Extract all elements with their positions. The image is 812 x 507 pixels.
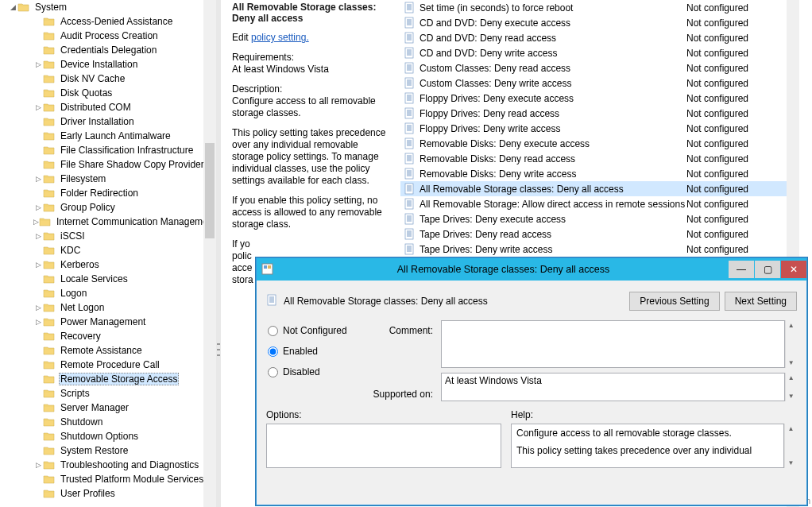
tree-item[interactable]: ▷Net Logon <box>0 300 216 315</box>
navigation-tree[interactable]: ◢ System Access-Denied AssistanceAudit P… <box>0 0 216 507</box>
tree-item[interactable]: Audit Process Creation <box>0 29 216 43</box>
setting-row[interactable]: Floppy Drives: Deny write accessNot conf… <box>400 121 799 136</box>
tree-item[interactable]: ▷Internet Communication Management <box>0 215 216 229</box>
tree-item[interactable]: Trusted Platform Module Services <box>0 472 216 486</box>
setting-state: Not configured <box>686 138 790 149</box>
setting-state: Not configured <box>686 48 790 59</box>
tree-item[interactable]: Remote Procedure Call <box>0 358 216 372</box>
expander-icon[interactable]: ▷ <box>33 232 43 240</box>
radio-disabled[interactable]: Disabled <box>266 362 362 382</box>
tree-item[interactable]: Access-Denied Assistance <box>0 14 216 29</box>
expander-icon[interactable]: ▷ <box>33 60 43 68</box>
policy-title: All Removable Storage classes: Deny all … <box>232 2 391 24</box>
setting-row[interactable]: Tape Drives: Deny write accessNot config… <box>400 242 799 257</box>
radio-not-configured-input[interactable] <box>268 326 278 336</box>
setting-row[interactable]: Tape Drives: Deny execute accessNot conf… <box>400 211 799 226</box>
tree-item[interactable]: Shutdown Options <box>0 429 216 443</box>
tree-item[interactable]: File Classification Infrastructure <box>0 143 216 157</box>
tree-item[interactable]: Disk NV Cache <box>0 72 216 86</box>
setting-row[interactable]: All Removable Storage: Allow direct acce… <box>400 196 799 211</box>
tree-item[interactable]: Shutdown <box>0 415 216 429</box>
help-label: Help: <box>511 409 797 420</box>
tree-item[interactable]: ▷Filesystem <box>0 172 216 186</box>
expander-icon[interactable]: ▷ <box>33 103 43 111</box>
setting-row[interactable]: Removable Disks: Deny execute accessNot … <box>400 136 799 151</box>
expander-icon[interactable]: ▷ <box>33 304 43 312</box>
tree-item[interactable]: ▷Distributed COM <box>0 100 216 114</box>
expander-icon[interactable]: ▷ <box>33 218 39 226</box>
tree-item[interactable]: Remote Assistance <box>0 343 216 358</box>
folder-icon <box>43 416 56 428</box>
tree-item[interactable]: ▷Kerberos <box>0 257 216 272</box>
setting-row[interactable]: Floppy Drives: Deny read accessNot confi… <box>400 106 799 121</box>
folder-icon <box>43 245 56 256</box>
setting-row[interactable]: Floppy Drives: Deny execute accessNot co… <box>400 91 799 106</box>
help-scrollbar[interactable]: ▲▼ <box>784 424 797 468</box>
close-button[interactable]: ✕ <box>781 261 806 278</box>
next-setting-button[interactable]: Next Setting <box>725 292 797 311</box>
policy-icon <box>266 294 279 309</box>
setting-row[interactable]: CD and DVD: Deny read accessNot configur… <box>400 30 799 45</box>
tree-item[interactable]: ▷iSCSI <box>0 229 216 243</box>
tree-item-system[interactable]: ◢ System <box>0 0 216 14</box>
tree-item[interactable]: System Restore <box>0 443 216 458</box>
tree-item[interactable]: User Profiles <box>0 486 216 501</box>
comment-textarea[interactable] <box>441 320 785 368</box>
edit-policy-link[interactable]: policy setting. <box>251 32 309 43</box>
tree-item[interactable]: Early Launch Antimalware <box>0 129 216 143</box>
setting-row[interactable]: Custom Classes: Deny read accessNot conf… <box>400 60 799 75</box>
minimize-button[interactable]: — <box>729 261 754 278</box>
tree-item[interactable]: Recovery <box>0 329 216 343</box>
tree-item[interactable]: Locale Services <box>0 272 216 286</box>
folder-icon <box>43 331 56 342</box>
radio-disabled-input[interactable] <box>268 367 278 377</box>
comment-scrollbar[interactable]: ▲▼ <box>785 320 797 368</box>
policy-icon <box>404 122 416 135</box>
tree-item[interactable]: ▷Device Installation <box>0 57 216 72</box>
radio-not-configured[interactable]: Not Configured <box>266 320 362 341</box>
tree-item[interactable]: ▷Power Management <box>0 315 216 329</box>
folder-icon <box>43 59 56 70</box>
titlebar[interactable]: All Removable Storage classes: Deny all … <box>257 258 806 281</box>
supported-on-label: Supported on: <box>362 389 433 400</box>
radio-enabled-label: Enabled <box>283 346 318 357</box>
tree-item[interactable]: ▷Group Policy <box>0 200 216 215</box>
setting-row[interactable]: All Removable Storage classes: Deny all … <box>400 181 799 196</box>
supported-scrollbar[interactable]: ▲▼ <box>785 373 797 401</box>
expander-icon[interactable]: ▷ <box>33 203 43 211</box>
tree-scrollbar[interactable] <box>203 0 216 507</box>
tree-item[interactable]: Credentials Delegation <box>0 43 216 57</box>
expander-icon[interactable]: ▷ <box>33 175 43 183</box>
tree-item[interactable]: Server Manager <box>0 401 216 415</box>
previous-setting-button[interactable]: Previous Setting <box>629 292 719 311</box>
setting-row[interactable]: Removable Disks: Deny read accessNot con… <box>400 151 799 166</box>
setting-name: Removable Disks: Deny read access <box>420 153 686 164</box>
expander-icon[interactable]: ▷ <box>33 318 43 326</box>
setting-row[interactable]: CD and DVD: Deny execute accessNot confi… <box>400 15 799 30</box>
tree-item[interactable]: Driver Installation <box>0 114 216 129</box>
tree-label: Driver Installation <box>59 116 136 127</box>
tree-item[interactable]: Folder Redirection <box>0 186 216 200</box>
tree-item[interactable]: Disk Quotas <box>0 86 216 100</box>
setting-row[interactable]: CD and DVD: Deny write accessNot configu… <box>400 45 799 60</box>
tree-item[interactable]: Scripts <box>0 386 216 401</box>
tree-item[interactable]: File Share Shadow Copy Provider <box>0 157 216 172</box>
splitter[interactable] <box>216 0 221 507</box>
setting-row[interactable]: Custom Classes: Deny write accessNot con… <box>400 75 799 91</box>
setting-row[interactable]: Removable Disks: Deny write accessNot co… <box>400 166 799 181</box>
expander-icon[interactable]: ◢ <box>8 3 17 11</box>
tree-item[interactable]: Removable Storage Access <box>0 372 216 386</box>
setting-row[interactable]: Set time (in seconds) to force rebootNot… <box>400 0 799 15</box>
tree-item[interactable]: KDC <box>0 243 216 257</box>
tree-item[interactable]: ▷Troubleshooting and Diagnostics <box>0 458 216 472</box>
expander-icon[interactable]: ▷ <box>33 261 43 269</box>
expander-icon[interactable]: ▷ <box>33 461 43 469</box>
setting-row[interactable]: Tape Drives: Deny read accessNot configu… <box>400 226 799 242</box>
radio-enabled[interactable]: Enabled <box>266 341 362 362</box>
scrollbar-thumb[interactable] <box>205 143 215 238</box>
tree-label: iSCSI <box>59 230 87 242</box>
maximize-button[interactable]: ▢ <box>755 261 780 278</box>
tree-label: Recovery <box>59 331 102 342</box>
radio-enabled-input[interactable] <box>268 346 278 357</box>
tree-item[interactable]: Logon <box>0 286 216 300</box>
